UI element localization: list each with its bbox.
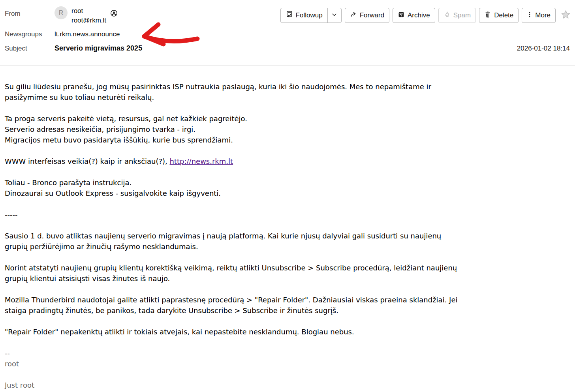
- body-paragraph: Toliau - Bronco parašyta instrukcija. Di…: [5, 177, 570, 199]
- subject-row: Subject Serverio migravimas 2025 2026-01…: [5, 44, 570, 53]
- news-server-link[interactable]: http://news.rkm.lt: [170, 157, 233, 165]
- avatar-letter: R: [59, 9, 64, 17]
- subject-label: Subject: [5, 45, 54, 53]
- chevron-down-icon: [331, 12, 337, 19]
- message-toolbar: Followup Forward: [280, 8, 571, 23]
- body-paragraph: "Repair Folder" nepakenktų atlikti ir to…: [5, 326, 570, 337]
- sender-email: root@rkm.lt: [71, 16, 106, 25]
- flame-icon: [443, 11, 451, 20]
- more-label: More: [535, 11, 551, 19]
- forward-arrow-icon: [350, 11, 357, 20]
- subject-value: Serverio migravimas 2025: [54, 44, 142, 53]
- body-paragraph: Su giliu liūdesiu pranešu, jog mūsų pasi…: [5, 81, 570, 103]
- message-header: From R root root@rkm.lt Newsgroups lt.rk…: [0, 0, 575, 66]
- kebab-menu-icon: [527, 11, 532, 20]
- body-paragraph: Norint atstatyti naujienų grupių klientų…: [5, 263, 570, 284]
- star-outline-icon: [560, 9, 571, 22]
- forward-button[interactable]: Forward: [345, 8, 389, 23]
- from-label: From: [5, 6, 54, 18]
- newsgroups-row: Newsgroups lt.rkm.news.announce: [5, 30, 570, 38]
- avatar: R: [54, 6, 68, 19]
- message-date: 2026-01-02 18:14: [517, 45, 570, 53]
- archive-label: Archive: [408, 11, 430, 19]
- body-paragraph: Mozilla Thunderbird naudotojai galite at…: [5, 294, 570, 316]
- followup-split-button: Followup: [280, 8, 342, 23]
- body-separator-dashes: -----: [5, 209, 570, 220]
- body-paragraph: Ta proga serveris pakeitė vietą, resursu…: [5, 113, 570, 145]
- add-contact-icon[interactable]: [110, 9, 118, 19]
- link-prefix-text: WWW interfeisas veikia(?) kaip ir anksči…: [5, 157, 170, 165]
- forward-label: Forward: [360, 11, 384, 19]
- archive-box-icon: [398, 11, 405, 20]
- body-paragraph-with-link: WWW interfeisas veikia(?) kaip ir anksči…: [5, 156, 570, 167]
- delete-label: Delete: [494, 11, 513, 19]
- followup-post-reply-icon: [286, 11, 293, 20]
- spam-button[interactable]: Spam: [438, 8, 476, 23]
- spam-label: Spam: [453, 11, 471, 19]
- more-button[interactable]: More: [522, 8, 556, 23]
- followup-dropdown-button[interactable]: [327, 8, 341, 23]
- trash-icon: [484, 11, 491, 20]
- message-body: Su giliu liūdesiu pranešu, jog mūsų pasi…: [0, 66, 575, 390]
- delete-button[interactable]: Delete: [479, 8, 519, 23]
- body-paragraph: Sausio 1 d. buvo atliktas naujienų serve…: [5, 231, 570, 252]
- archive-button[interactable]: Archive: [393, 8, 435, 23]
- star-toggle[interactable]: [560, 9, 571, 22]
- sender-name: root: [71, 6, 106, 16]
- followup-label: Followup: [296, 11, 323, 19]
- signature-block: -- root Just root: [5, 348, 570, 390]
- followup-button[interactable]: Followup: [281, 8, 327, 23]
- newsgroups-label: Newsgroups: [5, 30, 54, 38]
- newsgroups-value: lt.rkm.news.announce: [54, 30, 120, 38]
